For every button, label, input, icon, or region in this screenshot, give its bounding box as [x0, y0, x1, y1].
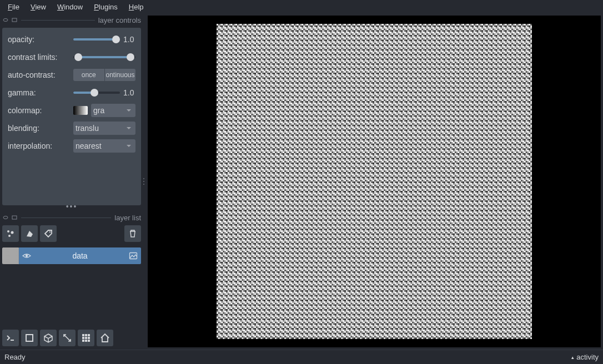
colormap-value: gra	[93, 106, 123, 115]
auto-contrast-toggle: once ontinuous	[73, 69, 135, 81]
menu-window[interactable]: Window	[52, 1, 88, 13]
svg-rect-25	[88, 340, 90, 342]
new-labels-layer-button[interactable]	[40, 225, 57, 242]
chevron-down-icon	[125, 125, 133, 132]
statusbar: Ready ▴ activity	[0, 350, 603, 364]
viewer-toolbar	[2, 328, 141, 347]
panel-header-icons	[2, 215, 18, 220]
contrast-limits-row: contrast limits:	[8, 51, 135, 63]
svg-rect-3	[12, 216, 17, 219]
float-panel-icon[interactable]	[2, 215, 9, 220]
contrast-limits-slider[interactable]	[73, 53, 135, 62]
status-text: Ready	[4, 353, 26, 361]
interpolation-dropdown[interactable]: nearest	[73, 139, 135, 153]
svg-rect-23	[82, 340, 84, 342]
console-button[interactable]	[2, 330, 19, 346]
chevron-down-icon	[125, 107, 133, 114]
activity-label: activity	[576, 353, 599, 361]
opacity-label: opacity:	[8, 35, 70, 44]
opacity-slider[interactable]	[73, 35, 120, 44]
auto-contrast-row: auto-contrast: once ontinuous	[8, 69, 135, 81]
close-panel-icon[interactable]	[11, 17, 18, 23]
svg-point-4	[7, 230, 9, 232]
svg-point-5	[11, 231, 14, 234]
layer-name: data	[34, 251, 125, 260]
svg-rect-9	[2, 247, 19, 264]
colormap-label: colormap:	[8, 106, 70, 115]
svg-rect-16	[26, 335, 33, 341]
panel-separator: •••	[2, 205, 141, 210]
close-panel-icon[interactable]	[11, 215, 18, 220]
colormap-swatch	[73, 106, 88, 115]
reset-view-home-button[interactable]	[97, 330, 113, 346]
blending-dropdown[interactable]: translu	[73, 122, 135, 135]
svg-point-14	[26, 255, 28, 257]
image-layer-icon	[129, 251, 138, 260]
layer-list-header: layer list	[2, 212, 141, 223]
new-points-layer-button[interactable]	[2, 225, 19, 242]
layer-controls-header: layer controls	[2, 14, 141, 26]
svg-rect-19	[88, 334, 90, 336]
svg-rect-36	[217, 24, 532, 339]
svg-point-7	[49, 231, 51, 232]
layer-controls-title: layer controls	[98, 16, 141, 24]
svg-rect-17	[82, 334, 84, 336]
menu-view[interactable]: View	[25, 1, 52, 13]
chevron-up-icon: ▴	[571, 355, 574, 360]
roll-dims-button[interactable]	[40, 330, 57, 346]
colormap-dropdown[interactable]: gra	[91, 104, 135, 117]
auto-contrast-continuous-button[interactable]: ontinuous	[105, 69, 136, 81]
sidebar-resizer[interactable]	[141, 170, 147, 193]
svg-rect-22	[88, 337, 90, 339]
menu-help[interactable]: Help	[123, 1, 149, 13]
viewer-canvas[interactable]	[148, 16, 601, 347]
svg-point-6	[8, 235, 11, 237]
svg-rect-1	[12, 18, 17, 22]
ndisplay-2d-button[interactable]	[21, 330, 38, 346]
contrast-limits-label: contrast limits:	[8, 53, 70, 62]
chevron-down-icon	[125, 143, 133, 149]
svg-rect-20	[82, 337, 84, 339]
float-panel-icon[interactable]	[2, 17, 9, 23]
svg-point-2	[3, 216, 8, 219]
opacity-row: opacity: 1.0	[8, 33, 135, 46]
interpolation-value: nearest	[76, 141, 123, 150]
activity-button[interactable]: ▴ activity	[571, 353, 599, 361]
auto-contrast-once-button[interactable]: once	[73, 69, 105, 81]
svg-rect-18	[85, 334, 87, 336]
blending-value: translu	[76, 124, 123, 133]
blending-label: blending:	[8, 124, 70, 133]
auto-contrast-label: auto-contrast:	[8, 70, 70, 79]
gamma-slider[interactable]	[73, 88, 120, 97]
opacity-value: 1.0	[123, 35, 135, 44]
interpolation-label: interpolation:	[8, 141, 70, 150]
main-area: layer controls opacity: 1.0 contrast lim…	[0, 13, 603, 350]
menubar: File View Window Plugins Help	[0, 0, 603, 13]
transpose-dims-button[interactable]	[59, 330, 76, 346]
gamma-row: gamma: 1.0	[8, 87, 135, 99]
visibility-eye-icon[interactable]	[22, 251, 31, 260]
image-content	[217, 24, 532, 339]
layer-body: data	[19, 247, 141, 264]
layer-list-title: layer list	[114, 214, 141, 222]
layer-list-toolbar	[2, 225, 141, 242]
svg-rect-21	[85, 337, 87, 339]
menu-file[interactable]: File	[2, 1, 25, 13]
blending-row: blending: translu	[8, 122, 135, 134]
gamma-value: 1.0	[123, 88, 135, 97]
colormap-row: colormap: gra	[8, 104, 135, 117]
gamma-label: gamma:	[8, 88, 70, 97]
menu-plugins[interactable]: Plugins	[88, 1, 123, 13]
svg-rect-15	[130, 253, 137, 259]
delete-layer-button[interactable]	[124, 225, 141, 242]
new-shapes-layer-button[interactable]	[21, 225, 38, 242]
interpolation-row: interpolation: nearest	[8, 140, 135, 152]
layer-item[interactable]: data	[2, 247, 141, 264]
layer-thumbnail	[2, 247, 19, 264]
sidebar: layer controls opacity: 1.0 contrast lim…	[0, 13, 143, 350]
svg-point-0	[3, 19, 8, 22]
layer-controls-panel: opacity: 1.0 contrast limits:	[2, 28, 141, 205]
svg-rect-24	[85, 340, 87, 342]
grid-mode-button[interactable]	[78, 330, 94, 346]
panel-header-icons	[2, 17, 18, 23]
